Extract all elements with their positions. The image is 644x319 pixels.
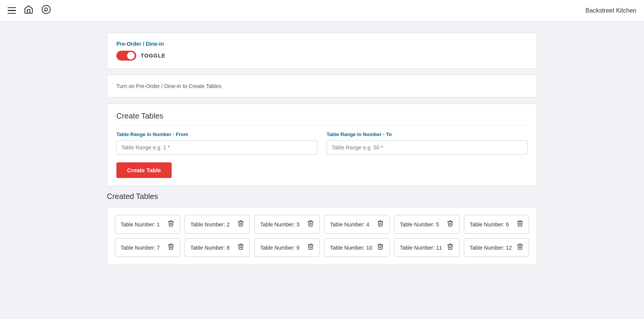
delete-table-icon[interactable] — [307, 220, 314, 229]
delete-table-icon[interactable] — [517, 220, 523, 229]
create-table-button[interactable]: Create Table — [116, 162, 172, 178]
table-item: Table Number: 2 — [185, 215, 250, 234]
form-row: Table Range in Number - From Table Range… — [116, 131, 528, 155]
table-item-label: Table Number: 3 — [260, 221, 299, 228]
delete-table-icon[interactable] — [167, 220, 174, 229]
created-tables-title: Created Tables — [107, 192, 537, 201]
app-title: Backstreet Kitchen — [586, 7, 636, 14]
delete-table-icon[interactable] — [447, 220, 454, 229]
home-icon[interactable] — [24, 5, 34, 17]
table-item-label: Table Number: 10 — [330, 245, 372, 251]
table-item: Table Number: 6 — [464, 215, 529, 234]
table-item-label: Table Number: 6 — [470, 221, 509, 228]
table-item-label: Table Number: 4 — [330, 221, 369, 228]
from-label: Table Range in Number - From — [116, 131, 317, 137]
delete-table-icon[interactable] — [237, 243, 244, 252]
info-card: Turn on Pre-Order / Dine-in to Create Ta… — [107, 75, 537, 98]
table-item: Table Number: 5 — [394, 215, 459, 234]
table-item: Table Number: 11 — [394, 238, 459, 257]
delete-table-icon[interactable] — [517, 243, 523, 252]
hamburger-icon[interactable] — [8, 7, 16, 14]
from-input[interactable] — [116, 140, 317, 155]
table-item: Table Number: 9 — [254, 238, 320, 257]
header: Backstreet Kitchen — [0, 0, 644, 21]
table-item: Table Number: 4 — [324, 215, 390, 234]
to-group: Table Range in Number - To — [327, 131, 528, 155]
create-tables-title: Create Tables — [116, 112, 528, 125]
delete-table-icon[interactable] — [447, 243, 454, 252]
delete-table-icon[interactable] — [377, 243, 384, 252]
delete-table-icon[interactable] — [377, 220, 384, 229]
table-item: Table Number: 1 — [115, 215, 180, 234]
table-item-label: Table Number: 7 — [121, 245, 160, 251]
main-content: Pre-Order / Dine-in TOGGLE Turn on Pre-O… — [0, 21, 644, 276]
toggle-row: TOGGLE — [116, 51, 528, 61]
table-item-label: Table Number: 2 — [190, 221, 230, 228]
from-group: Table Range in Number - From — [116, 131, 317, 155]
toggle-card: Pre-Order / Dine-in TOGGLE — [107, 33, 537, 69]
whatsapp-icon[interactable] — [41, 5, 51, 17]
toggle-text-label: TOGGLE — [141, 53, 166, 59]
toggle-slider — [116, 51, 136, 61]
table-item-label: Table Number: 5 — [400, 221, 439, 228]
tables-container: Table Number: 1 Table Number: 2 Table Nu… — [107, 207, 537, 265]
to-input[interactable] — [327, 140, 528, 155]
table-item-label: Table Number: 9 — [260, 245, 299, 251]
table-item: Table Number: 7 — [115, 238, 180, 257]
table-item-label: Table Number: 12 — [470, 245, 512, 251]
to-label: Table Range in Number - To — [327, 131, 528, 137]
svg-point-0 — [42, 5, 50, 14]
tables-grid: Table Number: 1 Table Number: 2 Table Nu… — [115, 215, 529, 257]
table-item-label: Table Number: 11 — [400, 245, 442, 251]
toggle-switch[interactable] — [116, 51, 136, 61]
delete-table-icon[interactable] — [307, 243, 314, 252]
table-item: Table Number: 3 — [254, 215, 320, 234]
create-tables-card: Create Tables Table Range in Number - Fr… — [107, 104, 537, 186]
delete-table-icon[interactable] — [167, 243, 174, 252]
delete-table-icon[interactable] — [237, 220, 244, 229]
table-item-label: Table Number: 1 — [121, 221, 160, 228]
toggle-label: Pre-Order / Dine-in — [116, 41, 528, 47]
header-left — [8, 5, 51, 17]
table-item-label: Table Number: 8 — [190, 245, 230, 251]
created-tables-section: Created Tables Table Number: 1 Table Num… — [107, 192, 537, 265]
info-text: Turn on Pre-Order / Dine-in to Create Ta… — [116, 83, 221, 89]
table-item: Table Number: 12 — [464, 238, 529, 257]
table-item: Table Number: 10 — [324, 238, 390, 257]
table-item: Table Number: 8 — [185, 238, 250, 257]
